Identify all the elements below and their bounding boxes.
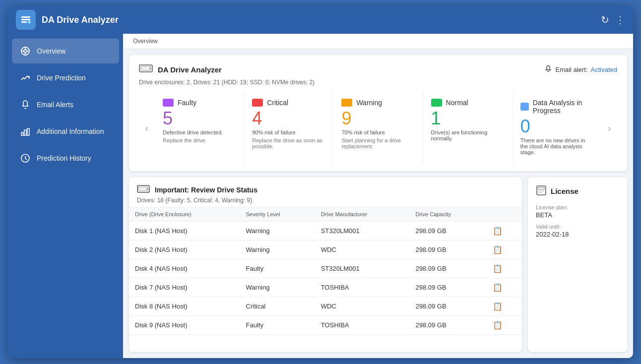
license-plan-field: License plan: BETA	[536, 204, 619, 219]
doc-icon-5[interactable]: 📋	[493, 321, 503, 329]
drives-table-head: Drive (Drive Enclosure)Severity LevelDri…	[129, 207, 522, 222]
cell-drive-3: Disk 7 (NAS Host)	[129, 278, 240, 297]
svg-point-22	[146, 188, 148, 190]
status-label-faulty: Faulty	[178, 99, 196, 107]
cell-severity-2: Faulty	[240, 259, 315, 278]
status-action-warning: Start planning for a drive replacement.	[341, 137, 414, 149]
cell-severity-0: Warning	[240, 222, 315, 241]
cell-capacity-5: 298.09 GB	[409, 316, 486, 335]
cell-action-4[interactable]: 📋	[487, 297, 522, 316]
status-color-icon-normal	[431, 99, 442, 107]
cell-action-5[interactable]: 📋	[487, 316, 522, 335]
bell-alert-icon	[544, 65, 552, 74]
table-row[interactable]: Disk 1 (NAS Host) Warning ST320LM001 298…	[129, 222, 522, 241]
drives-table: Drive (Drive Enclosure)Severity LevelDri…	[129, 207, 522, 335]
sidebar-item-email-alerts[interactable]: Email Alerts	[12, 92, 119, 117]
bell-icon	[20, 99, 31, 110]
title-bar: DA Drive Analyzer ↻ ⋮	[8, 6, 633, 34]
license-plan-label: License plan:	[536, 204, 619, 210]
svg-rect-1	[21, 19, 30, 20]
bottom-section: Important: Review Drive Status Drives: 1…	[129, 177, 627, 352]
table-row[interactable]: Disk 8 (NAS Host) Critical WDC 298.09 GB…	[129, 297, 522, 316]
license-title: License	[536, 185, 619, 197]
cell-action-2[interactable]: 📋	[487, 259, 522, 278]
table-row[interactable]: Disk 4 (NAS Host) Faulty ST320LM001 298.…	[129, 259, 522, 278]
status-desc-faulty: Defective drive detected.	[163, 129, 236, 135]
title-bar-actions: ↻ ⋮	[601, 14, 625, 26]
status-desc-critical: 90% risk of failure	[252, 129, 325, 135]
sidebar-item-drive-prediction[interactable]: Drive Prediction	[12, 65, 119, 90]
svg-rect-12	[27, 128, 29, 135]
doc-icon-4[interactable]: 📋	[493, 302, 503, 310]
cell-capacity-4: 298.09 GB	[409, 297, 486, 316]
status-action-faulty: Replace the drive.	[163, 137, 236, 143]
cell-action-0[interactable]: 📋	[487, 222, 522, 241]
cell-action-3[interactable]: 📋	[487, 278, 522, 297]
email-alert-status[interactable]: Activated	[591, 66, 617, 73]
summary-title: DA Drive Analyzer	[158, 65, 222, 74]
table-header-4	[487, 207, 522, 222]
cell-manufacturer-0: ST320LM001	[315, 222, 410, 241]
cell-severity-3: Warning	[240, 278, 315, 297]
drives-card: Important: Review Drive Status Drives: 1…	[129, 177, 522, 352]
svg-rect-0	[21, 16, 30, 18]
drives-table-header-row: Drive (Drive Enclosure)Severity LevelDri…	[129, 207, 522, 222]
cell-action-1[interactable]: 📋	[487, 241, 522, 259]
cell-severity-5: Faulty	[240, 316, 315, 335]
status-card-header-faulty: Faulty	[163, 99, 236, 107]
doc-icon-2[interactable]: 📋	[493, 264, 503, 273]
doc-icon-1[interactable]: 📋	[493, 245, 503, 254]
email-alert-label: Email alert:	[555, 66, 587, 73]
status-label-warning: Warning	[356, 99, 382, 107]
drives-table-scroll[interactable]: Drive (Drive Enclosure)Severity LevelDri…	[129, 207, 522, 352]
status-desc-normal: Drive(s) are functioning normally.	[431, 129, 504, 141]
content-area: Overview DA Drive Analyzer	[123, 34, 633, 358]
cell-severity-1: Warning	[240, 241, 315, 259]
overview-icon	[20, 46, 31, 57]
status-color-icon-warning	[341, 99, 352, 107]
license-valid-value: 2022-02-18	[536, 231, 619, 238]
summary-title-row: DA Drive Analyzer	[139, 63, 222, 76]
cell-capacity-2: 298.09 GB	[409, 259, 486, 278]
sidebar: Overview Drive Prediction	[8, 34, 123, 358]
status-label-analysis: Data Analysis in Progress	[533, 99, 593, 115]
status-label-critical: Critical	[267, 99, 288, 107]
email-alert: Email alert: Activated	[544, 65, 617, 74]
cell-drive-1: Disk 2 (NAS Host)	[129, 241, 240, 259]
table-header-2: Drive Manufacturer	[315, 207, 410, 222]
doc-icon-3[interactable]: 📋	[493, 283, 503, 292]
status-number-critical: 4	[252, 110, 325, 127]
main-layout: Overview Drive Prediction	[8, 34, 633, 358]
status-color-icon-faulty	[163, 99, 174, 107]
sidebar-label-prediction-history: Prediction History	[37, 154, 91, 162]
table-header-0: Drive (Drive Enclosure)	[129, 207, 240, 222]
drives-card-subtitle: Drives: 18 (Faulty: 5, Critical: 4, Warn…	[137, 197, 514, 204]
carousel-prev[interactable]: ‹	[139, 120, 155, 136]
sidebar-label-additional-info: Additional Information	[37, 127, 104, 135]
bar-chart-icon	[20, 126, 31, 137]
menu-button[interactable]: ⋮	[615, 14, 625, 26]
license-plan-value: BETA	[536, 211, 619, 219]
refresh-button[interactable]: ↻	[601, 14, 609, 26]
status-card-normal: Normal 1 Drive(s) are functioning normal…	[423, 93, 513, 163]
status-desc-analysis: There are no new drives in the cloud AI …	[520, 137, 593, 155]
doc-icon-0[interactable]: 📋	[493, 227, 503, 235]
sidebar-label-email-alerts: Email Alerts	[37, 101, 73, 109]
breadcrumb: Overview	[123, 34, 633, 49]
carousel-next[interactable]: ›	[601, 120, 617, 136]
drives-card-header: Important: Review Drive Status Drives: 1…	[129, 177, 522, 207]
sidebar-item-overview[interactable]: Overview	[12, 39, 119, 63]
cell-manufacturer-5: TOSHIBA	[315, 316, 410, 335]
svg-line-15	[25, 158, 27, 160]
table-header-1: Severity Level	[240, 207, 315, 222]
table-row[interactable]: Disk 2 (NAS Host) Warning WDC 298.09 GB …	[129, 241, 522, 259]
sidebar-item-additional-info[interactable]: Additional Information	[12, 119, 119, 144]
table-row[interactable]: Disk 9 (NAS Host) Faulty TOSHIBA 298.09 …	[129, 316, 522, 335]
status-carousel: ‹ Faulty 5 Defective drive detected. Rep…	[139, 93, 617, 163]
app-logo	[16, 10, 36, 30]
sidebar-item-prediction-history[interactable]: Prediction History	[12, 146, 119, 171]
status-desc-warning: 70% risk of failure	[341, 129, 414, 135]
svg-point-18	[149, 68, 151, 69]
table-row[interactable]: Disk 7 (NAS Host) Warning TOSHIBA 298.09…	[129, 278, 522, 297]
status-card-warning: Warning 9 70% risk of failure Start plan…	[333, 93, 423, 163]
